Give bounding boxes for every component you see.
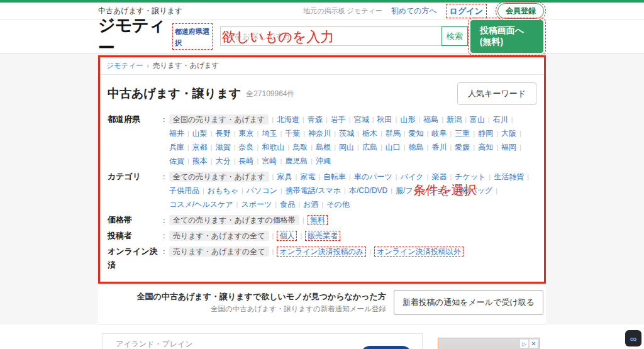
- filter-link[interactable]: 岩手: [331, 115, 346, 124]
- filter-row: 価格帯：全ての売ります・あげますの価格帯|無料: [108, 213, 536, 227]
- filter-link[interactable]: 奈良: [239, 143, 254, 152]
- post-button[interactable]: 投稿画面へ(無料): [470, 20, 543, 53]
- filter-link[interactable]: 青森: [308, 115, 323, 124]
- filter-link[interactable]: オンライン決済投稿以外: [374, 247, 463, 257]
- filter-link[interactable]: 東京: [239, 129, 254, 138]
- filter-link[interactable]: 高知: [478, 143, 493, 152]
- filter-separator: |: [272, 248, 274, 255]
- login-link[interactable]: ログイン: [450, 6, 483, 16]
- filter-link[interactable]: 鳥取: [292, 143, 308, 152]
- filter-link[interactable]: 佐賀: [169, 157, 184, 165]
- filter-link[interactable]: おもちゃ: [208, 186, 238, 195]
- register-button[interactable]: 会員登録: [497, 3, 544, 19]
- filter-link[interactable]: 石川: [493, 115, 508, 124]
- search-input[interactable]: [220, 26, 441, 46]
- filter-link[interactable]: 家電: [300, 172, 315, 181]
- filter-link[interactable]: 愛知: [409, 129, 424, 138]
- conditions-annotation-label: 条件を選択: [413, 182, 476, 199]
- filter-link[interactable]: 無料: [308, 215, 328, 225]
- filter-link[interactable]: 三重: [455, 129, 470, 138]
- filter-link[interactable]: 車のパーツ: [354, 172, 392, 181]
- filter-link[interactable]: 岡山: [339, 143, 354, 152]
- filter-link[interactable]: 個人: [277, 231, 297, 241]
- site-header: ジモティー 都道府県選択 欲しいものを入力 検索 投稿画面へ(無料): [0, 19, 644, 53]
- site-logo[interactable]: ジモティー: [98, 14, 169, 59]
- filter-link[interactable]: 栃木: [362, 129, 377, 138]
- filter-separator: |: [287, 143, 289, 151]
- ad-open-button[interactable]: 開く: [360, 346, 412, 349]
- filter-link[interactable]: 徳島: [409, 143, 424, 152]
- filter-separator: |: [344, 187, 346, 194]
- filter-link[interactable]: 茨城: [339, 129, 354, 138]
- adchoices-icon[interactable]: ▷: [520, 340, 528, 348]
- prefecture-select-button[interactable]: 都道府県選択: [175, 28, 209, 47]
- filter-link[interactable]: 秋田: [377, 115, 392, 124]
- close-icon[interactable]: ✕: [530, 340, 538, 348]
- filter-link[interactable]: パソコン: [247, 186, 277, 195]
- filter-link[interactable]: 富山: [470, 115, 485, 124]
- car-video-ad[interactable]: ▷ ✕: [438, 338, 540, 349]
- search-button[interactable]: 検索: [441, 26, 468, 46]
- filter-link[interactable]: 埼玉: [262, 129, 277, 138]
- filter-link[interactable]: 熊本: [192, 157, 208, 165]
- filter-link[interactable]: 静岡: [478, 129, 493, 138]
- filter-link[interactable]: スポーツ: [241, 200, 272, 209]
- filter-link[interactable]: 山口: [386, 143, 401, 152]
- filter-link[interactable]: その他: [326, 200, 350, 209]
- popular-keywords-button[interactable]: 人気キーワード: [457, 82, 536, 105]
- filter-link[interactable]: 家具: [277, 172, 292, 181]
- filter-link[interactable]: 子供用品: [169, 186, 199, 195]
- filter-link[interactable]: 大分: [216, 157, 231, 165]
- filter-link[interactable]: 大阪: [501, 129, 516, 138]
- browser-extension-badge[interactable]: ∞: [625, 330, 641, 346]
- filter-separator: |: [511, 116, 513, 123]
- breadcrumb-home-link[interactable]: ジモティー: [106, 62, 143, 69]
- filter-link[interactable]: 千葉: [285, 129, 300, 138]
- filter-link[interactable]: 北海道: [277, 115, 299, 124]
- filter-link[interactable]: 福岡: [501, 143, 516, 152]
- filter-link[interactable]: 販売業者: [305, 231, 340, 241]
- filter-link[interactable]: 島根: [316, 143, 331, 152]
- filter-link[interactable]: 長崎: [239, 157, 254, 165]
- filter-link[interactable]: 群馬: [386, 129, 401, 138]
- filter-link[interactable]: 宮城: [354, 115, 369, 124]
- island-brain-ad[interactable]: アイランド・ブレイン 初期0円、1通20円の業界最安値 開く ▷⋮: [103, 333, 423, 349]
- filter-link[interactable]: オンライン決済投稿のみ: [277, 247, 366, 257]
- filter-link[interactable]: お酒: [303, 200, 318, 209]
- filter-link[interactable]: チケット: [455, 172, 486, 181]
- filter-link[interactable]: 自転車: [323, 172, 346, 181]
- filter-link[interactable]: 兵庫: [169, 143, 184, 152]
- filter-link[interactable]: 宮崎: [262, 157, 277, 165]
- filter-link[interactable]: 香川: [431, 143, 447, 152]
- filter-link[interactable]: 京都: [192, 143, 208, 152]
- filter-link[interactable]: 鹿児島: [285, 157, 308, 165]
- filter-link[interactable]: 長野: [216, 129, 231, 138]
- filter-link[interactable]: 和歌山: [262, 143, 284, 152]
- filter-link[interactable]: 生活雑貨: [494, 172, 524, 181]
- filter-link[interactable]: コスメ/ヘルスケア: [169, 200, 233, 209]
- filter-separator: |: [234, 143, 236, 151]
- search-box: 欲しいものを入力 検索: [220, 26, 468, 46]
- filter-link[interactable]: 滋賀: [216, 143, 231, 152]
- filter-row: 都道府県：全国の売ります・あげます|北海道|青森|岩手|宮城|秋田|山形|福島|…: [108, 113, 536, 168]
- filter-link[interactable]: 神奈川: [308, 129, 331, 138]
- filter-separator: |: [450, 130, 452, 137]
- filter-separator: |: [311, 157, 313, 165]
- filter-link[interactable]: 広島: [362, 143, 377, 152]
- filter-link[interactable]: 岐阜: [431, 129, 447, 138]
- filter-link[interactable]: 楽器: [431, 172, 447, 181]
- filter-link[interactable]: 沖縄: [316, 157, 331, 165]
- filter-link[interactable]: 福井: [169, 129, 184, 138]
- filter-colon: ：: [160, 113, 169, 126]
- filter-link[interactable]: 山梨: [192, 129, 208, 138]
- filter-link[interactable]: 本/CD/DVD: [349, 186, 387, 195]
- filter-link[interactable]: バイク: [401, 172, 424, 181]
- filter-link[interactable]: 食品: [280, 200, 295, 209]
- filter-link[interactable]: 福島: [423, 115, 438, 124]
- filter-link[interactable]: 新潟: [447, 115, 462, 124]
- filter-link[interactable]: 山形: [400, 115, 415, 124]
- first-time-link[interactable]: 初めての方へ: [391, 6, 437, 16]
- email-notification-button[interactable]: 新着投稿の通知をメールで受け取る: [394, 290, 543, 315]
- filter-link[interactable]: 携帯電話/スマホ: [286, 186, 341, 195]
- filter-link[interactable]: 愛媛: [455, 143, 470, 152]
